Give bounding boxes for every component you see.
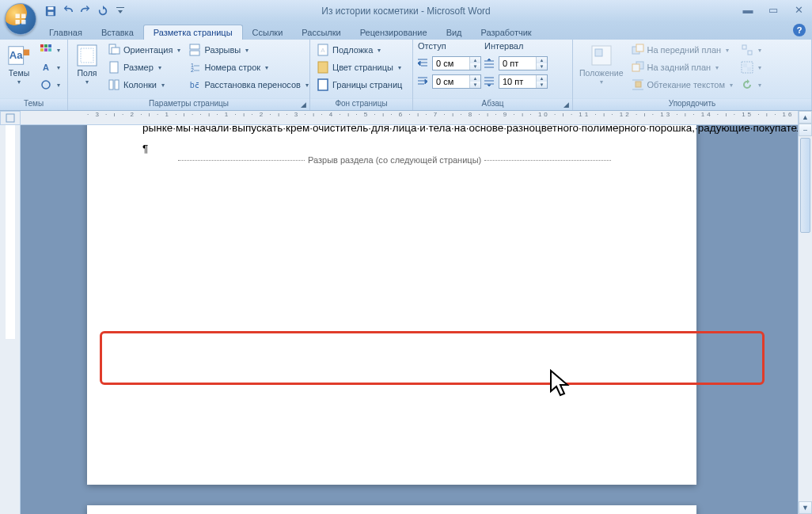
send-to-back-button[interactable]: На задний план▾ [628,59,737,76]
tab-mailings[interactable]: Рассылки [292,25,350,40]
themes-button[interactable]: Aa Темы ▾ [3,41,35,97]
indent-left-icon [416,57,429,70]
chevron-down-icon: ▾ [17,78,21,86]
bring-front-icon [632,44,644,56]
spin-down[interactable]: ▼ [537,82,547,88]
bring-to-front-button[interactable]: На передний план▾ [628,41,737,59]
rotate-button[interactable]: ▾ [738,76,765,93]
window-title: Из истории косметики - Microsoft Word [321,6,490,17]
qat-customize[interactable] [112,3,128,19]
qat-undo[interactable] [60,3,76,19]
spin-down[interactable]: ▼ [470,82,480,88]
group-label-page-bg: Фон страницы [310,98,412,110]
scroll-track[interactable] [800,138,810,501]
svg-rect-7 [24,50,30,56]
indent-left-input[interactable] [433,57,469,70]
tab-view[interactable]: Вид [437,25,472,40]
tab-review[interactable]: Рецензирование [351,25,437,40]
qat-save[interactable] [43,3,59,19]
dialog-launcher-icon[interactable]: ◢ [561,100,571,109]
help-icon[interactable]: ? [793,24,806,36]
office-button[interactable] [5,3,36,35]
scroll-thumb[interactable] [800,138,810,233]
spacing-before-input[interactable] [499,57,536,70]
svg-rect-39 [636,82,641,87]
svg-rect-9 [44,44,47,48]
ruler-corner[interactable] [0,111,21,125]
line-numbers-button[interactable]: 12Номера строк▾ [185,59,311,76]
horizontal-ruler[interactable]: · 3 · ı · 2 · ı · 1 · ı · · ı · 1 · ı · … [21,111,798,125]
spin-down[interactable]: ▼ [537,63,547,70]
position-button[interactable]: Положение ▾ [576,41,627,97]
theme-colors-button[interactable]: ▾ [36,41,63,59]
watermark-icon: A [317,44,329,56]
page-borders-button[interactable]: Границы страниц [313,76,405,93]
spacing-before-icon [483,57,495,70]
body-paragraph-1[interactable]: рынке·мы·начали·выпускать·крем·очистител… [142,125,641,136]
qat-redo[interactable] [78,3,93,19]
ribbon-tabs: Главная Вставка Разметка страницы Ссылки… [0,22,812,40]
colors-icon [40,44,52,56]
svg-rect-19 [110,62,118,73]
maximize-button[interactable]: ▭ [765,3,782,16]
hyphenation-button[interactable]: bc̄Расстановка переносов▾ [185,76,311,93]
group-objects-button[interactable]: ▾ [738,59,765,76]
vertical-ruler[interactable] [0,125,21,514]
document-area[interactable]: рынке·мы·начали·выпускать·крем·очистител… [21,125,798,514]
hyphenation-icon: bc̄ [188,78,201,91]
theme-effects-button[interactable]: ▾ [36,76,63,93]
scroll-page-up-button[interactable]: – [799,124,812,136]
section-break-indicator[interactable]: Разрыв раздела (со следующей страницы) [142,155,641,165]
tab-home[interactable]: Главная [40,25,92,40]
spacing-after-row: ▲▼ [483,73,548,90]
page-borders-icon [317,78,329,91]
page-color-icon [317,61,329,74]
spacing-after-spinner[interactable]: ▲▼ [499,74,548,89]
svg-text:A: A [321,47,325,54]
tab-developer[interactable]: Разработчик [472,25,541,40]
close-button[interactable]: ✕ [790,3,807,16]
text-wrapping-button[interactable]: Обтекание текстом▾ [628,76,737,93]
breaks-button[interactable]: Разрывы▾ [185,41,311,59]
group-themes: Aa Темы ▾ ▾ A▾ ▾ Темы [0,40,68,110]
margins-button[interactable]: Поля ▾ [71,41,103,97]
theme-fonts-button[interactable]: A▾ [36,59,63,76]
spin-up[interactable]: ▲ [470,57,480,63]
watermark-button[interactable]: AПодложка▾ [313,41,405,59]
page-color-button[interactable]: Цвет страницы▾ [313,59,405,76]
indent-right-input[interactable] [433,75,469,88]
tab-references[interactable]: Ссылки [243,25,293,40]
group-paragraph: Отступ ▲▼ ▲▼ Интервал ▲▼ ▲▼ [413,40,573,110]
group-icon [741,61,753,74]
line-numbers-icon: 12 [188,61,201,74]
spin-up[interactable]: ▲ [537,57,547,63]
indent-left-row: ▲▼ [416,55,481,72]
spin-up[interactable]: ▲ [470,75,480,82]
qat-repeat[interactable] [95,3,111,19]
align-button[interactable]: ▾ [738,41,765,59]
dialog-launcher-icon[interactable]: ◢ [298,100,308,109]
svg-rect-8 [40,44,44,48]
tab-page-layout[interactable]: Разметка страницы [143,25,243,40]
size-button[interactable]: Размер▾ [104,59,184,76]
group-page-background: AПодложка▾ Цвет страницы▾ Границы страни… [310,40,413,110]
tab-insert[interactable]: Вставка [92,25,143,40]
spacing-before-spinner[interactable]: ▲▼ [499,56,548,70]
spacing-after-input[interactable] [499,75,536,88]
orientation-button[interactable]: Ориентация▾ [104,41,184,59]
indent-right-spinner[interactable]: ▲▼ [432,74,481,89]
window-controls: ▬ ▭ ✕ [739,3,807,16]
minimize-button[interactable]: ▬ [739,3,757,16]
scroll-up-button[interactable]: ▲ [799,111,812,124]
svg-point-14 [42,81,50,89]
vertical-scrollbar[interactable]: ▲ – ▼ [798,111,812,514]
empty-paragraph-mark[interactable]: ¶ [142,141,148,157]
indent-left-spinner[interactable]: ▲▼ [432,56,481,70]
spin-down[interactable]: ▼ [470,63,480,70]
spin-up[interactable]: ▲ [537,75,547,82]
svg-rect-2 [48,7,54,10]
columns-button[interactable]: Колонки▾ [104,76,184,93]
page-1: рынке·мы·начали·выпускать·крем·очистител… [87,125,696,485]
svg-rect-45 [743,63,747,67]
scroll-down-button[interactable]: ▼ [799,501,812,514]
